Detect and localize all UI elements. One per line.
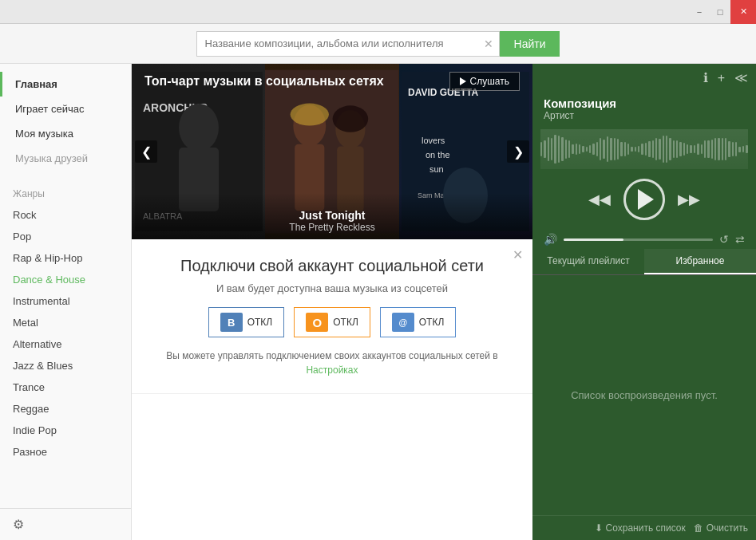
clear-icon: 🗑 bbox=[694, 522, 703, 534]
ok-connect-button[interactable]: О ОТКЛ bbox=[294, 307, 370, 337]
vk-status-label: ОТКЛ bbox=[247, 317, 273, 328]
player-info: Композиция Артист bbox=[532, 92, 756, 129]
carousel-track-title: Just Tonight bbox=[140, 209, 524, 222]
social-panel-subtitle: И вам будет доступна ваша музыка из соцс… bbox=[148, 282, 517, 294]
shuffle-icon[interactable]: ⇄ bbox=[735, 233, 745, 246]
sidebar-item-trance[interactable]: Trance bbox=[0, 376, 131, 398]
searchbar: ✕ Найти bbox=[0, 24, 756, 64]
add-icon[interactable]: + bbox=[718, 71, 725, 85]
sidebar-item-dance-house[interactable]: Dance & House bbox=[0, 269, 131, 290]
listen-label: Слушать bbox=[470, 76, 509, 87]
carousel-header: Топ-чарт музыки в социальных сетях Слуша… bbox=[132, 64, 532, 99]
vk-icon: В bbox=[220, 313, 243, 332]
play-icon bbox=[460, 77, 466, 85]
sidebar: Главная Играет сейчас Моя музыка Музыка … bbox=[0, 64, 132, 540]
sidebar-item-reggae[interactable]: Reggae bbox=[0, 398, 131, 420]
svg-text:sun: sun bbox=[429, 164, 444, 174]
volume-bar[interactable] bbox=[564, 238, 713, 241]
genres-section-title: Жанры bbox=[0, 179, 131, 204]
search-input[interactable] bbox=[196, 31, 500, 57]
sidebar-item-pop[interactable]: Pop bbox=[0, 226, 131, 247]
clear-list-button[interactable]: 🗑 Очистить bbox=[694, 522, 748, 534]
share-icon[interactable]: ≪ bbox=[734, 70, 748, 85]
maximize-button[interactable]: □ bbox=[710, 4, 730, 20]
player-waveform[interactable]: // Generate waveform bars inline const b… bbox=[540, 129, 748, 169]
info-icon[interactable]: ℹ bbox=[703, 70, 708, 85]
mailru-status-label: ОТКЛ bbox=[419, 317, 445, 328]
carousel-track-artist: The Pretty Reckless bbox=[140, 222, 524, 233]
player-artist-name: Артист bbox=[544, 110, 745, 121]
social-panel-title: Подключи свой аккаунт социальной сети bbox=[148, 255, 517, 276]
sidebar-item-indie-pop[interactable]: Indie Pop bbox=[0, 420, 131, 441]
play-button[interactable] bbox=[623, 179, 665, 220]
player-panel: ℹ + ≪ Композиция Артист // Generate wave… bbox=[532, 64, 756, 540]
sidebar-item-now-playing[interactable]: Играет сейчас bbox=[0, 97, 131, 121]
vk-connect-button[interactable]: В ОТКЛ bbox=[208, 307, 285, 337]
settings-link[interactable]: Настройках bbox=[306, 365, 358, 376]
svg-point-8 bbox=[291, 104, 329, 126]
prev-button[interactable]: ◀◀ bbox=[588, 191, 611, 208]
search-button[interactable]: Найти bbox=[500, 31, 560, 57]
carousel: Топ-чарт музыки в социальных сетях Слуша… bbox=[132, 64, 532, 239]
social-panel-note: Вы можете управлять подключением своих а… bbox=[148, 349, 517, 377]
volume-icon[interactable]: 🔊 bbox=[544, 233, 557, 246]
sidebar-item-home[interactable]: Главная bbox=[0, 72, 131, 97]
volume-fill bbox=[564, 238, 623, 241]
main-layout: Главная Играет сейчас Моя музыка Музыка … bbox=[0, 64, 756, 540]
sidebar-item-rap-hiphop[interactable]: Rap & Hip-Hop bbox=[0, 247, 131, 269]
content-area: Топ-чарт музыки в социальных сетях Слуша… bbox=[132, 64, 532, 540]
sidebar-item-instrumental[interactable]: Instrumental bbox=[0, 290, 131, 312]
player-track-name: Композиция bbox=[544, 97, 745, 110]
playlist-empty-message: Список воспроизведения пуст. bbox=[532, 275, 756, 515]
tab-favorites[interactable]: Избранное bbox=[644, 249, 756, 274]
playlist-tabs: Текущий плейлист Избранное bbox=[532, 249, 756, 275]
listen-button[interactable]: Слушать bbox=[449, 72, 520, 91]
tab-current-playlist[interactable]: Текущий плейлист bbox=[532, 249, 644, 274]
ok-icon: О bbox=[306, 313, 328, 332]
sidebar-item-friends-music[interactable]: Музыка друзей bbox=[0, 146, 131, 171]
mailru-icon: @ bbox=[392, 313, 414, 332]
svg-text:lovers: lovers bbox=[422, 136, 445, 145]
ok-status-label: ОТКЛ bbox=[333, 317, 358, 328]
player-controls: ◀◀ ▶▶ bbox=[532, 169, 756, 230]
sidebar-nav: Главная Играет сейчас Моя музыка Музыка … bbox=[0, 64, 131, 179]
titlebar: − □ ✕ bbox=[0, 0, 756, 24]
play-icon bbox=[638, 189, 654, 210]
sidebar-footer: ⚙ bbox=[0, 508, 131, 540]
sidebar-item-jazz-blues[interactable]: Jazz & Blues bbox=[0, 355, 131, 376]
waveform-bars: // Generate waveform bars inline const b… bbox=[540, 129, 748, 169]
next-button[interactable]: ▶▶ bbox=[678, 191, 700, 208]
save-list-button[interactable]: ⬇ Сохранить список bbox=[595, 522, 686, 534]
player-volume: 🔊 ↺ ⇄ bbox=[532, 230, 756, 249]
settings-icon[interactable]: ⚙ bbox=[13, 518, 24, 531]
sidebar-item-my-music[interactable]: Моя музыка bbox=[0, 121, 131, 146]
clear-list-label: Очистить bbox=[707, 522, 748, 534]
search-clear-icon[interactable]: ✕ bbox=[484, 37, 493, 50]
minimize-button[interactable]: − bbox=[689, 4, 710, 20]
save-icon: ⬇ bbox=[595, 522, 603, 534]
sidebar-item-raznoe[interactable]: Разное bbox=[0, 441, 131, 463]
sidebar-item-alternative[interactable]: Alternative bbox=[0, 333, 131, 355]
carousel-title: Топ-чарт музыки в социальных сетях bbox=[144, 74, 449, 89]
carousel-next-button[interactable]: ❯ bbox=[507, 140, 529, 163]
mailru-connect-button[interactable]: @ ОТКЛ bbox=[380, 307, 457, 337]
sidebar-item-rock[interactable]: Rock bbox=[0, 204, 131, 226]
social-panel-close-button[interactable]: ✕ bbox=[513, 247, 523, 262]
repeat-icon[interactable]: ↺ bbox=[719, 233, 729, 246]
svg-point-11 bbox=[333, 105, 369, 132]
close-button[interactable]: ✕ bbox=[730, 0, 756, 24]
sidebar-item-metal[interactable]: Metal bbox=[0, 312, 131, 333]
social-buttons: В ОТКЛ О ОТКЛ @ ОТКЛ bbox=[148, 307, 517, 337]
player-footer: ⬇ Сохранить список 🗑 Очистить bbox=[532, 515, 756, 540]
save-list-label: Сохранить список bbox=[606, 522, 686, 534]
carousel-caption: Just Tonight The Pretty Reckless bbox=[132, 193, 532, 239]
svg-point-3 bbox=[179, 104, 219, 152]
svg-text:on the: on the bbox=[425, 150, 450, 160]
social-connect-panel: ✕ Подключи свой аккаунт социальной сети … bbox=[132, 239, 532, 394]
player-header: ℹ + ≪ bbox=[532, 64, 756, 92]
carousel-prev-button[interactable]: ❮ bbox=[135, 140, 157, 163]
